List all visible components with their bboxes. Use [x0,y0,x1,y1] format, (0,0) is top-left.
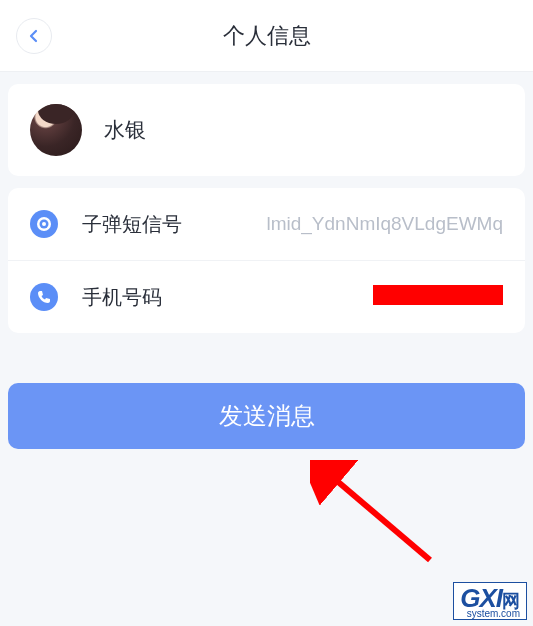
watermark: GXI网 system.com [453,582,527,620]
sms-id-value: lmid_YdnNmIq8VLdgEWMq [198,213,503,235]
info-card: 子弹短信号 lmid_YdnNmIq8VLdgEWMq 手机号码 [8,188,525,333]
back-button[interactable] [16,18,52,54]
svg-point-2 [42,222,46,226]
phone-redacted [373,285,503,305]
sms-id-row[interactable]: 子弹短信号 lmid_YdnNmIq8VLdgEWMq [8,188,525,261]
message-icon [30,210,58,238]
header: 个人信息 [0,0,533,72]
watermark-sub: system.com [460,609,520,619]
arrow-annotation [310,460,450,580]
phone-row[interactable]: 手机号码 [8,261,525,333]
phone-icon [30,283,58,311]
send-message-label: 发送消息 [219,400,315,432]
phone-value [178,285,503,310]
svg-line-3 [330,475,430,560]
chevron-left-icon [28,29,40,43]
page-title: 个人信息 [0,21,533,51]
sms-id-label: 子弹短信号 [82,211,182,238]
profile-card[interactable]: 水银 [8,84,525,176]
username: 水银 [104,116,146,144]
send-message-button[interactable]: 发送消息 [8,383,525,449]
avatar [30,104,82,156]
phone-label: 手机号码 [82,284,162,311]
